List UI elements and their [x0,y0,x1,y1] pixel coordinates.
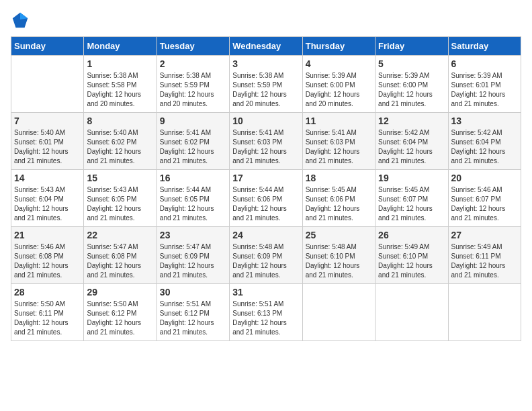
day-info: Sunrise: 5:49 AM Sunset: 6:10 PM Dayligh… [378,242,445,280]
day-info: Sunrise: 5:47 AM Sunset: 6:09 PM Dayligh… [160,242,226,280]
day-number: 1 [87,58,153,69]
day-cell: 31Sunrise: 5:51 AM Sunset: 6:13 PM Dayli… [230,284,302,341]
day-number: 23 [160,230,226,240]
day-cell: 23Sunrise: 5:47 AM Sunset: 6:09 PM Dayli… [157,227,229,284]
day-number: 12 [378,116,445,126]
day-info: Sunrise: 5:50 AM Sunset: 6:11 PM Dayligh… [14,300,81,337]
day-info: Sunrise: 5:42 AM Sunset: 6:04 PM Dayligh… [378,128,445,166]
day-info: Sunrise: 5:39 AM Sunset: 6:00 PM Dayligh… [378,71,445,109]
header-cell-monday: Monday [84,37,157,56]
day-number: 13 [451,116,518,126]
day-info: Sunrise: 5:47 AM Sunset: 6:08 PM Dayligh… [87,242,153,280]
day-cell [448,284,521,341]
week-row-3: 14Sunrise: 5:43 AM Sunset: 6:04 PM Dayli… [11,170,521,227]
day-number: 11 [306,116,372,126]
header-cell-wednesday: Wednesday [230,37,302,56]
day-info: Sunrise: 5:44 AM Sunset: 6:05 PM Dayligh… [160,185,226,223]
day-cell: 11Sunrise: 5:41 AM Sunset: 6:03 PM Dayli… [302,113,375,170]
day-info: Sunrise: 5:50 AM Sunset: 6:12 PM Dayligh… [87,300,153,337]
day-cell: 30Sunrise: 5:51 AM Sunset: 6:12 PM Dayli… [157,284,229,341]
day-cell: 1Sunrise: 5:38 AM Sunset: 5:58 PM Daylig… [84,56,157,113]
day-cell [302,284,375,341]
day-number: 22 [87,230,153,240]
day-cell: 18Sunrise: 5:45 AM Sunset: 6:06 PM Dayli… [302,170,375,227]
week-row-1: 1Sunrise: 5:38 AM Sunset: 5:58 PM Daylig… [11,56,521,113]
day-info: Sunrise: 5:46 AM Sunset: 6:07 PM Dayligh… [451,185,518,223]
day-cell: 12Sunrise: 5:42 AM Sunset: 6:04 PM Dayli… [375,113,448,170]
page-header [11,11,521,30]
day-info: Sunrise: 5:38 AM Sunset: 5:59 PM Dayligh… [232,71,299,109]
logo [11,11,31,30]
day-cell: 27Sunrise: 5:49 AM Sunset: 6:11 PM Dayli… [448,227,521,284]
day-cell: 14Sunrise: 5:43 AM Sunset: 6:04 PM Dayli… [11,170,84,227]
day-cell: 9Sunrise: 5:41 AM Sunset: 6:02 PM Daylig… [157,113,229,170]
day-info: Sunrise: 5:43 AM Sunset: 6:04 PM Dayligh… [14,185,81,223]
day-cell: 13Sunrise: 5:42 AM Sunset: 6:04 PM Dayli… [448,113,521,170]
day-info: Sunrise: 5:48 AM Sunset: 6:09 PM Dayligh… [232,242,299,280]
calendar-table: SundayMondayTuesdayWednesdayThursdayFrid… [11,36,521,341]
day-number: 31 [232,287,299,298]
day-info: Sunrise: 5:38 AM Sunset: 5:58 PM Dayligh… [87,71,153,109]
day-cell: 5Sunrise: 5:39 AM Sunset: 6:00 PM Daylig… [375,56,448,113]
header-cell-thursday: Thursday [302,37,375,56]
day-number: 9 [160,116,226,126]
week-row-2: 7Sunrise: 5:40 AM Sunset: 6:01 PM Daylig… [11,113,521,170]
day-cell: 26Sunrise: 5:49 AM Sunset: 6:10 PM Dayli… [375,227,448,284]
day-number: 5 [378,58,445,69]
day-info: Sunrise: 5:46 AM Sunset: 6:08 PM Dayligh… [14,242,81,280]
header-cell-sunday: Sunday [11,37,84,56]
day-number: 2 [160,58,226,69]
day-number: 25 [306,230,372,240]
day-cell: 24Sunrise: 5:48 AM Sunset: 6:09 PM Dayli… [230,227,302,284]
day-number: 10 [232,116,299,126]
day-number: 18 [306,173,372,183]
day-number: 7 [14,116,81,126]
week-row-4: 21Sunrise: 5:46 AM Sunset: 6:08 PM Dayli… [11,227,521,284]
header-cell-saturday: Saturday [448,37,521,56]
day-number: 19 [378,173,445,183]
day-cell [11,56,84,113]
day-cell: 20Sunrise: 5:46 AM Sunset: 6:07 PM Dayli… [448,170,521,227]
day-cell: 21Sunrise: 5:46 AM Sunset: 6:08 PM Dayli… [11,227,84,284]
day-cell: 16Sunrise: 5:44 AM Sunset: 6:05 PM Dayli… [157,170,229,227]
day-cell: 8Sunrise: 5:40 AM Sunset: 6:02 PM Daylig… [84,113,157,170]
day-cell: 6Sunrise: 5:39 AM Sunset: 6:01 PM Daylig… [448,56,521,113]
day-number: 28 [14,287,81,298]
day-number: 6 [451,58,518,69]
day-number: 24 [232,230,299,240]
day-number: 3 [232,58,299,69]
day-cell: 19Sunrise: 5:45 AM Sunset: 6:07 PM Dayli… [375,170,448,227]
day-cell: 3Sunrise: 5:38 AM Sunset: 5:59 PM Daylig… [230,56,302,113]
day-info: Sunrise: 5:51 AM Sunset: 6:12 PM Dayligh… [160,300,226,337]
day-number: 30 [160,287,226,298]
day-cell: 29Sunrise: 5:50 AM Sunset: 6:12 PM Dayli… [84,284,157,341]
header-row: SundayMondayTuesdayWednesdayThursdayFrid… [11,37,521,56]
day-cell: 22Sunrise: 5:47 AM Sunset: 6:08 PM Dayli… [84,227,157,284]
day-number: 8 [87,116,153,126]
day-info: Sunrise: 5:41 AM Sunset: 6:03 PM Dayligh… [232,128,299,166]
day-info: Sunrise: 5:49 AM Sunset: 6:11 PM Dayligh… [451,242,518,280]
day-info: Sunrise: 5:38 AM Sunset: 5:59 PM Dayligh… [160,71,226,109]
day-number: 29 [87,287,153,298]
day-number: 15 [87,173,153,183]
day-number: 26 [378,230,445,240]
day-number: 17 [232,173,299,183]
day-cell: 4Sunrise: 5:39 AM Sunset: 6:00 PM Daylig… [302,56,375,113]
day-cell: 2Sunrise: 5:38 AM Sunset: 5:59 PM Daylig… [157,56,229,113]
header-cell-tuesday: Tuesday [157,37,229,56]
day-cell: 25Sunrise: 5:48 AM Sunset: 6:10 PM Dayli… [302,227,375,284]
day-info: Sunrise: 5:44 AM Sunset: 6:06 PM Dayligh… [232,185,299,223]
day-info: Sunrise: 5:45 AM Sunset: 6:07 PM Dayligh… [378,185,445,223]
day-cell: 7Sunrise: 5:40 AM Sunset: 6:01 PM Daylig… [11,113,84,170]
day-info: Sunrise: 5:42 AM Sunset: 6:04 PM Dayligh… [451,128,518,166]
calendar-header: SundayMondayTuesdayWednesdayThursdayFrid… [11,37,521,56]
day-cell: 28Sunrise: 5:50 AM Sunset: 6:11 PM Dayli… [11,284,84,341]
day-info: Sunrise: 5:41 AM Sunset: 6:02 PM Dayligh… [160,128,226,166]
day-info: Sunrise: 5:41 AM Sunset: 6:03 PM Dayligh… [306,128,372,166]
day-number: 16 [160,173,226,183]
calendar-body: 1Sunrise: 5:38 AM Sunset: 5:58 PM Daylig… [11,56,521,341]
header-cell-friday: Friday [375,37,448,56]
day-info: Sunrise: 5:45 AM Sunset: 6:06 PM Dayligh… [306,185,372,223]
day-number: 21 [14,230,81,240]
day-info: Sunrise: 5:39 AM Sunset: 6:01 PM Dayligh… [451,71,518,109]
